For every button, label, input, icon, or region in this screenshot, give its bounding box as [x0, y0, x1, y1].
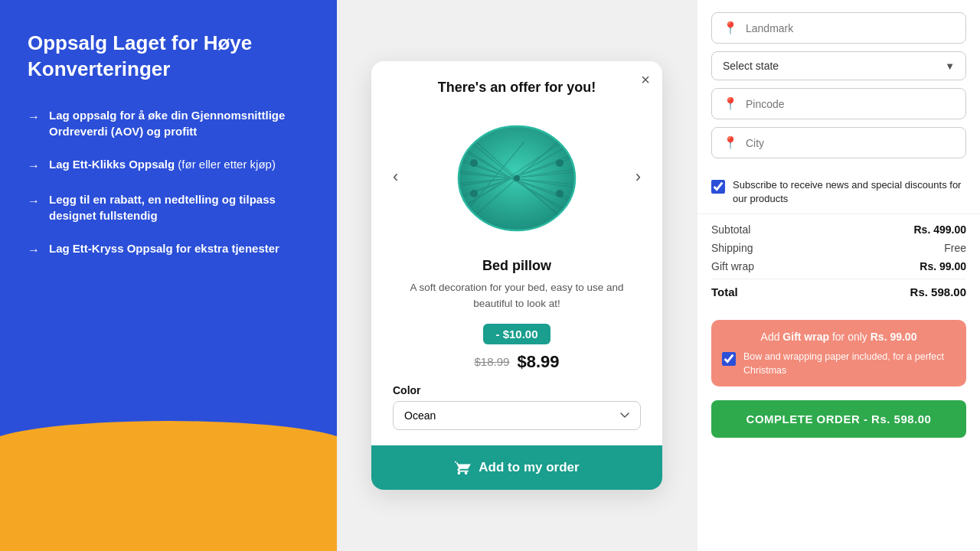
modal-image-wrap: ‹ — [393, 108, 641, 246]
left-item-text: Lag Ett-Klikks Oppsalg (før eller etter … — [49, 156, 276, 172]
svg-point-21 — [470, 190, 478, 197]
add-to-order-button[interactable]: Add to my order — [371, 445, 662, 490]
state-select[interactable]: Select state — [723, 60, 937, 72]
right-panel: 📍 Select state ▼ 📍 📍 Subscribe to receiv… — [697, 0, 980, 551]
price-row: $18.99 $8.99 — [475, 352, 560, 372]
cart-icon — [454, 459, 471, 476]
gift-wrap-checkbox[interactable] — [722, 352, 736, 366]
left-item-text: Lag oppsalg for å øke din Gjennomsnittli… — [49, 107, 309, 139]
left-item-text: Legg til en rabatt, en nedtelling og til… — [49, 191, 309, 223]
svg-point-19 — [470, 159, 478, 167]
left-item: →Legg til en rabatt, en nedtelling og ti… — [28, 191, 309, 223]
landmark-input-row: 📍 — [711, 12, 966, 44]
gift-wrap-title: Add Gift wrap for only Rs. 99.00 — [722, 331, 956, 343]
shipping-label: Shipping — [711, 242, 753, 254]
new-price: $8.99 — [517, 352, 559, 372]
gift-wrap-bold: Gift wrap — [782, 331, 829, 343]
color-label: Color — [393, 384, 641, 396]
left-item-text: Lag Ett-Kryss Oppsalg for ekstra tjenest… — [49, 240, 279, 256]
left-item: →Lag Ett-Kryss Oppsalg for ekstra tjenes… — [28, 240, 309, 259]
product-image — [448, 108, 586, 246]
prev-button[interactable]: ‹ — [387, 161, 404, 193]
gift-wrap-desc: Bow and wrapping paper included, for a p… — [743, 350, 956, 377]
location-icon-landmark: 📍 — [723, 21, 738, 35]
total-row: Total Rs. 598.00 — [711, 279, 966, 298]
left-items: →Lag oppsalg for å øke din Gjennomsnittl… — [28, 107, 309, 259]
location-icon-pincode: 📍 — [723, 96, 738, 111]
next-button[interactable]: › — [629, 161, 647, 193]
color-select[interactable]: OceanTealNavyCoral — [393, 401, 641, 430]
arrow-icon: → — [28, 193, 40, 210]
gift-wrap-check-row: Bow and wrapping paper included, for a p… — [722, 350, 956, 377]
modal: × There's an offer for you! ‹ — [371, 61, 662, 490]
middle-panel: × There's an offer for you! ‹ — [337, 0, 697, 551]
close-button[interactable]: × — [641, 72, 650, 87]
shipping-row: Shipping Free — [711, 242, 966, 254]
subtotal-label: Subtotal — [711, 223, 750, 236]
subtotal-value: Rs. 499.00 — [914, 223, 967, 236]
address-section: 📍 Select state ▼ 📍 📍 — [697, 0, 980, 172]
gift-wrap-price: Rs. 99.00 — [871, 331, 917, 343]
old-price: $18.99 — [475, 355, 510, 368]
complete-order-button[interactable]: COMPLETE ORDER - Rs. 598.00 — [711, 400, 966, 438]
subscribe-checkbox[interactable] — [711, 180, 725, 194]
svg-point-23 — [514, 175, 520, 181]
pincode-input-row: 📍 — [711, 88, 966, 119]
product-desc: A soft decoration for your bed, easy to … — [393, 280, 641, 311]
shipping-value: Free — [944, 242, 966, 254]
add-to-order-label: Add to my order — [479, 460, 579, 475]
svg-point-22 — [556, 190, 564, 197]
giftwrap-label: Gift wrap — [711, 260, 754, 272]
subscribe-row: Subscribe to receive news and special di… — [697, 172, 980, 214]
pincode-input[interactable] — [746, 98, 955, 110]
product-name: Bed pillow — [482, 258, 551, 274]
giftwrap-row: Gift wrap Rs. 99.00 — [711, 260, 966, 272]
chevron-down-icon: ▼ — [945, 60, 955, 72]
city-input[interactable] — [746, 137, 955, 149]
arrow-icon: → — [28, 158, 40, 174]
state-select-row: Select state ▼ — [711, 51, 966, 80]
discount-badge: - $10.00 — [483, 324, 550, 344]
subtotal-row: Subtotal Rs. 499.00 — [711, 223, 966, 236]
city-input-row: 📍 — [711, 127, 966, 158]
giftwrap-value: Rs. 99.00 — [920, 260, 966, 272]
subscribe-text: Subscribe to receive news and special di… — [733, 178, 966, 206]
location-icon-city: 📍 — [723, 135, 738, 150]
left-title: Oppsalg Laget for Høye Konverteringer — [28, 31, 309, 83]
total-label: Total — [711, 285, 738, 298]
landmark-input[interactable] — [746, 22, 955, 34]
arrow-icon: → — [28, 242, 40, 259]
arrow-icon: → — [28, 109, 40, 126]
svg-point-20 — [556, 159, 564, 167]
left-item: →Lag oppsalg for å øke din Gjennomsnittl… — [28, 107, 309, 139]
gift-wrap-banner: Add Gift wrap for only Rs. 99.00 Bow and… — [711, 320, 966, 386]
order-summary: Subtotal Rs. 499.00 Shipping Free Gift w… — [697, 214, 980, 314]
total-value: Rs. 598.00 — [910, 285, 966, 298]
left-panel: Oppsalg Laget for Høye Konverteringer →L… — [0, 0, 337, 551]
modal-title: There's an offer for you! — [393, 80, 641, 96]
left-item: →Lag Ett-Klikks Oppsalg (før eller etter… — [28, 156, 309, 174]
